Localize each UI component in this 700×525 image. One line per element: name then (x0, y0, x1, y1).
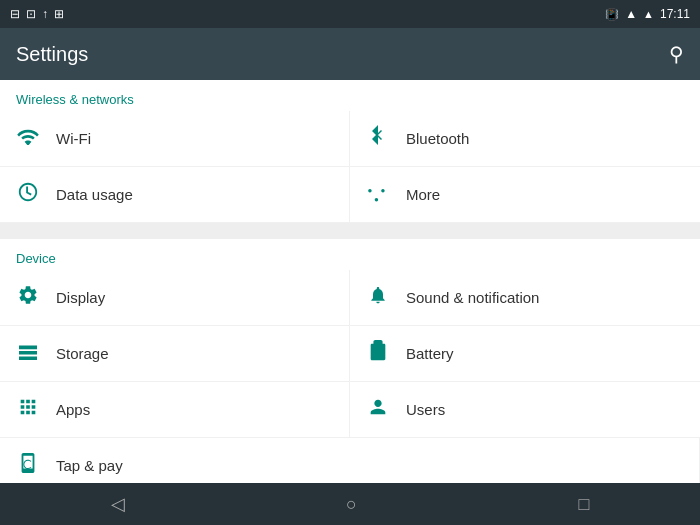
notification-icon-1: ⊟ (10, 7, 20, 21)
display-icon (16, 284, 40, 311)
apps-label: Apps (56, 401, 90, 418)
users-icon (366, 396, 390, 423)
settings-item-data-usage[interactable]: Data usage (0, 167, 350, 223)
settings-item-more[interactable]: ● ● ● More (350, 167, 700, 223)
notification-icon-4: ⊞ (54, 7, 64, 21)
settings-item-bluetooth[interactable]: Bluetooth (350, 111, 700, 167)
divider-1 (0, 231, 700, 239)
battery-icon (366, 340, 390, 367)
app-bar-title: Settings (16, 43, 88, 66)
time-display: 17:11 (660, 7, 690, 21)
section-device: Device Display Sound & notification (0, 239, 700, 483)
apps-icon (16, 396, 40, 423)
battery-label: Battery (406, 345, 454, 362)
wireless-grid: Wi-Fi Bluetooth Data usage (0, 111, 700, 223)
more-icon: ● ● ● (366, 186, 390, 204)
bluetooth-label: Bluetooth (406, 130, 469, 147)
tap-pay-label: Tap & pay (56, 457, 123, 474)
app-bar: Settings ⚲ (0, 28, 700, 80)
back-button[interactable]: ◁ (87, 485, 149, 523)
data-usage-label: Data usage (56, 186, 133, 203)
status-bar-right: 📳 ▲ ▲ 17:11 (605, 7, 690, 21)
signal-icon: ▲ (643, 8, 654, 20)
storage-icon (16, 342, 40, 365)
settings-item-users[interactable]: Users (350, 382, 700, 438)
section-device-header: Device (0, 239, 700, 270)
vibrate-icon: 📳 (605, 8, 619, 21)
wifi-status-icon: ▲ (625, 7, 637, 21)
settings-item-wifi[interactable]: Wi-Fi (0, 111, 350, 167)
settings-item-apps[interactable]: Apps (0, 382, 350, 438)
more-label: More (406, 186, 440, 203)
status-bar: ⊟ ⊡ ↑ ⊞ 📳 ▲ ▲ 17:11 (0, 0, 700, 28)
wifi-label: Wi-Fi (56, 130, 91, 147)
settings-content: Wireless & networks Wi-Fi Bluetooth (0, 80, 700, 483)
display-label: Display (56, 289, 105, 306)
notification-icon-3: ↑ (42, 7, 48, 21)
bottom-nav: ◁ ○ □ (0, 483, 700, 525)
data-usage-icon (16, 181, 40, 208)
storage-label: Storage (56, 345, 109, 362)
users-label: Users (406, 401, 445, 418)
wifi-icon (16, 127, 40, 150)
settings-item-tap-pay[interactable]: Tap & pay (0, 438, 700, 483)
recent-button[interactable]: □ (554, 486, 613, 523)
settings-item-display[interactable]: Display (0, 270, 350, 326)
settings-item-battery[interactable]: Battery (350, 326, 700, 382)
bluetooth-icon (366, 125, 390, 152)
search-button[interactable]: ⚲ (669, 42, 684, 66)
notification-icon-2: ⊡ (26, 7, 36, 21)
section-wireless-header: Wireless & networks (0, 80, 700, 111)
device-grid: Display Sound & notification Storage (0, 270, 700, 483)
status-bar-left: ⊟ ⊡ ↑ ⊞ (10, 7, 64, 21)
sound-icon (366, 284, 390, 311)
tap-pay-icon (16, 452, 40, 479)
home-button[interactable]: ○ (322, 486, 381, 523)
section-wireless: Wireless & networks Wi-Fi Bluetooth (0, 80, 700, 223)
settings-item-storage[interactable]: Storage (0, 326, 350, 382)
settings-item-sound[interactable]: Sound & notification (350, 270, 700, 326)
sound-label: Sound & notification (406, 289, 539, 306)
